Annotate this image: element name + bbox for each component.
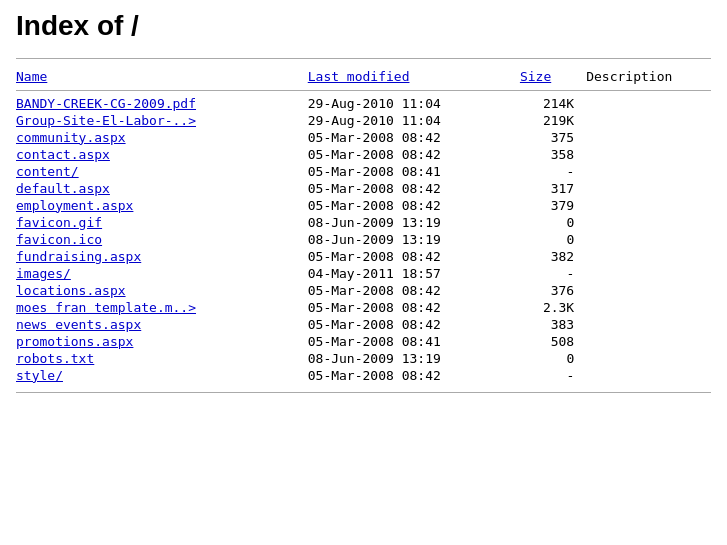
file-size: 508 (520, 333, 586, 350)
bottom-divider (16, 392, 711, 393)
file-modified: 05-Mar-2008 08:42 (308, 180, 520, 197)
col-header-modified[interactable]: Last modified (308, 67, 520, 91)
file-modified: 05-Mar-2008 08:42 (308, 197, 520, 214)
file-description (586, 180, 711, 197)
file-link[interactable]: default.aspx (16, 181, 110, 196)
file-link[interactable]: contact.aspx (16, 147, 110, 162)
file-description (586, 248, 711, 265)
file-modified: 05-Mar-2008 08:41 (308, 163, 520, 180)
file-modified: 29-Aug-2010 11:04 (308, 112, 520, 129)
table-row: promotions.aspx05-Mar-2008 08:41508 (16, 333, 711, 350)
file-description (586, 129, 711, 146)
file-description (586, 112, 711, 129)
file-rows: BANDY-CREEK-CG-2009.pdf29-Aug-2010 11:04… (16, 95, 711, 384)
file-modified: 05-Mar-2008 08:41 (308, 333, 520, 350)
file-description (586, 350, 711, 367)
table-row: fundraising.aspx05-Mar-2008 08:42382 (16, 248, 711, 265)
file-link[interactable]: Group-Site-El-Labor-..> (16, 113, 196, 128)
file-modified: 05-Mar-2008 08:42 (308, 282, 520, 299)
file-link[interactable]: promotions.aspx (16, 334, 133, 349)
file-description (586, 146, 711, 163)
file-modified: 05-Mar-2008 08:42 (308, 248, 520, 265)
file-link[interactable]: favicon.gif (16, 215, 102, 230)
file-description (586, 316, 711, 333)
table-row: community.aspx05-Mar-2008 08:42375 (16, 129, 711, 146)
file-description (586, 367, 711, 384)
file-size: 0 (520, 350, 586, 367)
table-row: style/05-Mar-2008 08:42- (16, 367, 711, 384)
file-description (586, 197, 711, 214)
file-modified: 08-Jun-2009 13:19 (308, 231, 520, 248)
file-description (586, 95, 711, 112)
file-link[interactable]: locations.aspx (16, 283, 126, 298)
table-row: employment.aspx05-Mar-2008 08:42379 (16, 197, 711, 214)
file-description (586, 282, 711, 299)
table-row: contact.aspx05-Mar-2008 08:42358 (16, 146, 711, 163)
file-description (586, 333, 711, 350)
file-size: 358 (520, 146, 586, 163)
table-row: news events.aspx05-Mar-2008 08:42383 (16, 316, 711, 333)
file-modified: 04-May-2011 18:57 (308, 265, 520, 282)
page-heading: Index of / (16, 10, 711, 42)
table-row: Group-Site-El-Labor-..>29-Aug-2010 11:04… (16, 112, 711, 129)
file-description (586, 163, 711, 180)
file-link[interactable]: images/ (16, 266, 71, 281)
file-modified: 29-Aug-2010 11:04 (308, 95, 520, 112)
table-row: robots.txt08-Jun-2009 13:190 (16, 350, 711, 367)
file-size: 375 (520, 129, 586, 146)
file-modified: 05-Mar-2008 08:42 (308, 316, 520, 333)
col-header-name[interactable]: Name (16, 67, 308, 91)
top-divider (16, 58, 711, 59)
file-size: 383 (520, 316, 586, 333)
sort-by-modified-link[interactable]: Last modified (308, 69, 410, 84)
file-modified: 05-Mar-2008 08:42 (308, 129, 520, 146)
file-link[interactable]: content/ (16, 164, 79, 179)
file-size: 219K (520, 112, 586, 129)
sort-by-size-link[interactable]: Size (520, 69, 551, 84)
table-row: locations.aspx05-Mar-2008 08:42376 (16, 282, 711, 299)
file-description (586, 231, 711, 248)
file-size: 376 (520, 282, 586, 299)
file-size: 379 (520, 197, 586, 214)
file-modified: 08-Jun-2009 13:19 (308, 214, 520, 231)
file-modified: 05-Mar-2008 08:42 (308, 367, 520, 384)
table-row: content/05-Mar-2008 08:41- (16, 163, 711, 180)
file-link[interactable]: favicon.ico (16, 232, 102, 247)
file-link[interactable]: BANDY-CREEK-CG-2009.pdf (16, 96, 196, 111)
file-size: 0 (520, 214, 586, 231)
table-row: images/04-May-2011 18:57- (16, 265, 711, 282)
file-modified: 05-Mar-2008 08:42 (308, 146, 520, 163)
table-row: moes fran template.m..>05-Mar-2008 08:42… (16, 299, 711, 316)
file-description (586, 265, 711, 282)
file-modified: 05-Mar-2008 08:42 (308, 299, 520, 316)
file-link[interactable]: moes fran template.m..> (16, 300, 196, 315)
file-link[interactable]: employment.aspx (16, 198, 133, 213)
file-link[interactable]: news events.aspx (16, 317, 141, 332)
table-row: default.aspx05-Mar-2008 08:42317 (16, 180, 711, 197)
table-row: favicon.gif08-Jun-2009 13:190 (16, 214, 711, 231)
file-size: - (520, 163, 586, 180)
file-size: 214K (520, 95, 586, 112)
file-link[interactable]: style/ (16, 368, 63, 383)
table-row: favicon.ico08-Jun-2009 13:190 (16, 231, 711, 248)
file-listing-table: Name Last modified Size Description BAND… (16, 67, 711, 384)
file-description (586, 214, 711, 231)
col-header-description: Description (586, 67, 711, 91)
file-size: 382 (520, 248, 586, 265)
file-link[interactable]: community.aspx (16, 130, 126, 145)
file-size: - (520, 367, 586, 384)
file-link[interactable]: robots.txt (16, 351, 94, 366)
sort-by-name-link[interactable]: Name (16, 69, 47, 84)
file-modified: 08-Jun-2009 13:19 (308, 350, 520, 367)
table-header-row: Name Last modified Size Description (16, 67, 711, 91)
file-size: - (520, 265, 586, 282)
file-size: 0 (520, 231, 586, 248)
file-size: 317 (520, 180, 586, 197)
file-description (586, 299, 711, 316)
col-header-size[interactable]: Size (520, 67, 586, 91)
file-size: 2.3K (520, 299, 586, 316)
file-link[interactable]: fundraising.aspx (16, 249, 141, 264)
table-row: BANDY-CREEK-CG-2009.pdf29-Aug-2010 11:04… (16, 95, 711, 112)
